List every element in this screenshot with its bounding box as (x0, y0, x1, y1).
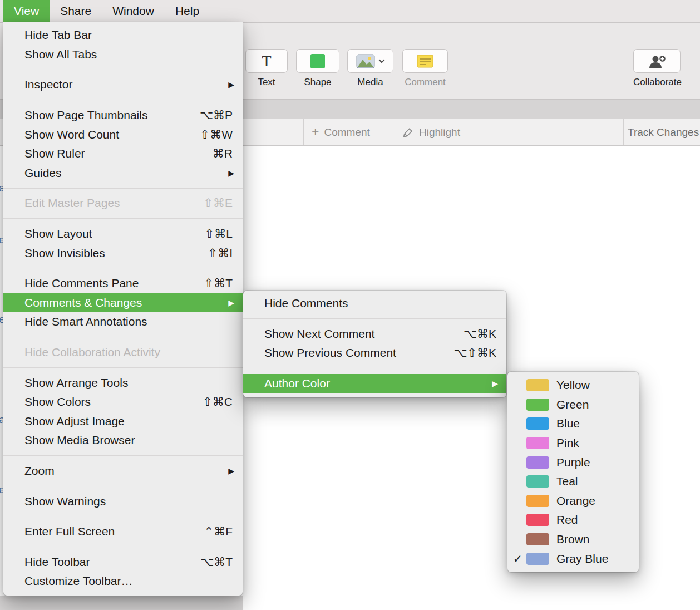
separator (303, 119, 304, 145)
toolbar-button-comment[interactable]: Comment (402, 49, 448, 88)
submenu-arrow-icon: ▶ (228, 80, 234, 89)
menu-item-label: Show Page Thumbnails (24, 109, 147, 122)
media-icon (347, 49, 393, 73)
author-color-submenu: YellowGreenBluePinkPurpleTealOrangeRedBr… (507, 372, 639, 572)
menu-item-show-next-comment[interactable]: Show Next Comment⌥⌘K (243, 324, 506, 344)
toolbar-button-media[interactable]: Media (347, 49, 393, 88)
toolbar-button-collaborate[interactable]: Collaborate (633, 49, 681, 88)
menu-item-label: Show Colors (24, 395, 91, 409)
toolbar-button-label: Shape (296, 77, 339, 88)
menu-separator (3, 516, 243, 516)
track-changes-label: Track Changes (628, 126, 699, 139)
highlight-button[interactable]: Highlight (402, 119, 460, 145)
menubar-item-label: View (14, 4, 39, 18)
menu-item-teal[interactable]: Teal (507, 472, 639, 491)
add-comment-button[interactable]: + Comment (312, 119, 370, 145)
menu-item-shortcut: ⌥⌘K (450, 327, 496, 341)
color-label: Orange (556, 494, 595, 508)
menu-item-blue[interactable]: Blue (507, 414, 639, 434)
menu-item-label: Show All Tabs (24, 48, 97, 61)
color-label: Yellow (556, 378, 590, 392)
menu-item-customize-toolbar[interactable]: Customize Toolbar… (3, 572, 243, 591)
pages-app-window: aeeae + Comment Highlight Track Changes … (0, 0, 700, 610)
menu-item-label: Show Next Comment (264, 327, 374, 341)
menu-item-show-ruler[interactable]: Show Ruler⌘R (3, 144, 243, 164)
menu-item-shortcut: ⌥⌘P (186, 109, 233, 122)
menu-item-red[interactable]: Red (507, 510, 639, 530)
menu-item-pink[interactable]: Pink (507, 434, 639, 453)
menu-item-hide-smart-annotations[interactable]: Hide Smart Annotations (3, 312, 243, 332)
menu-item-orange[interactable]: Orange (507, 491, 639, 511)
color-label: Pink (556, 436, 579, 450)
toolbar-button-text[interactable]: T Text (245, 49, 288, 88)
menu-item-show-warnings[interactable]: Show Warnings (3, 491, 243, 511)
collaborate-icon (633, 49, 681, 73)
menu-item-shortcut: ⇧⌘E (190, 196, 233, 210)
color-label: Red (556, 513, 578, 527)
menu-item-show-invisibles[interactable]: Show Invisibles⇧⌘I (3, 243, 243, 263)
menu-item-show-adjust-image[interactable]: Show Adjust Image (3, 412, 243, 431)
menu-item-green[interactable]: Green (507, 395, 639, 415)
color-swatch (526, 437, 549, 449)
toolbar-button-shape[interactable]: Shape (296, 49, 339, 88)
menu-item-hide-toolbar[interactable]: Hide Toolbar⌥⌘T (3, 552, 243, 572)
menubar-item-label: Window (112, 4, 154, 18)
menu-item-enter-full-screen[interactable]: Enter Full Screen⌃⌘F (3, 522, 243, 542)
menubar: View Share Window Help (0, 0, 700, 23)
window-bottom-bar (0, 596, 243, 610)
menu-item-shortcut: ⌥⇧⌘K (440, 346, 496, 360)
comments-and-changes-submenu: Hide CommentsShow Next Comment⌥⌘KShow Pr… (243, 291, 506, 397)
menu-item-show-media-browser[interactable]: Show Media Browser (3, 431, 243, 450)
color-label: Green (556, 398, 589, 411)
menu-item-label: Hide Toolbar (24, 555, 90, 569)
person-add-icon (648, 54, 667, 68)
menu-item-show-layout[interactable]: Show Layout⇧⌘L (3, 224, 243, 244)
menu-item-label: Hide Comments (264, 297, 348, 310)
menu-item-guides[interactable]: Guides▶ (3, 164, 243, 183)
text-glyph: T (262, 53, 271, 69)
checkmark-icon: ✓ (513, 552, 526, 565)
menubar-item-view[interactable]: View (3, 0, 50, 22)
menubar-item-window[interactable]: Window (102, 0, 165, 22)
menu-item-brown[interactable]: Brown (507, 530, 639, 549)
color-swatch (526, 417, 549, 430)
menu-item-label: Customize Toolbar… (24, 574, 133, 588)
chevron-down-icon (378, 59, 385, 63)
submenu-arrow-icon: ▶ (228, 466, 234, 475)
menu-separator (3, 547, 243, 547)
menu-item-label: Show Word Count (24, 128, 119, 141)
menubar-item-help[interactable]: Help (165, 0, 210, 22)
menubar-item-label: Help (175, 4, 199, 18)
menu-item-show-colors[interactable]: Show Colors⇧⌘C (3, 392, 243, 412)
menubar-item-label: Share (60, 4, 91, 18)
menu-item-comments-changes[interactable]: Comments & Changes▶ (3, 293, 243, 313)
color-swatch (526, 495, 549, 507)
menu-item-show-all-tabs[interactable]: Show All Tabs (3, 45, 243, 65)
menu-item-gray-blue[interactable]: ✓Gray Blue (507, 549, 639, 568)
menu-item-label: Inspector (24, 78, 72, 91)
menu-item-show-word-count[interactable]: Show Word Count⇧⌘W (3, 125, 243, 144)
menu-item-hide-comments[interactable]: Hide Comments (243, 294, 506, 313)
menu-item-show-page-thumbnails[interactable]: Show Page Thumbnails⌥⌘P (3, 106, 243, 125)
menu-item-yellow[interactable]: Yellow (507, 376, 639, 395)
menu-item-inspector[interactable]: Inspector▶ (3, 75, 243, 95)
toolbar-button-label: Comment (402, 77, 448, 88)
menu-item-label: Hide Tab Bar (24, 28, 92, 42)
menu-item-show-previous-comment[interactable]: Show Previous Comment⌥⇧⌘K (243, 343, 506, 363)
menu-item-label: Guides (24, 166, 62, 180)
menu-item-shortcut: ⇧⌘C (189, 395, 233, 409)
menu-item-zoom[interactable]: Zoom▶ (3, 461, 243, 481)
menu-item-shortcut: ⇧⌘T (191, 277, 233, 290)
menu-item-label: Enter Full Screen (24, 525, 115, 538)
menu-item-hide-comments-pane[interactable]: Hide Comments Pane⇧⌘T (3, 274, 243, 293)
menu-item-purple[interactable]: Purple (507, 452, 639, 472)
menu-separator (3, 188, 243, 189)
add-comment-label: Comment (324, 126, 369, 139)
menu-item-author-color[interactable]: Author Color▶ (243, 374, 506, 393)
menu-item-label: Show Previous Comment (264, 346, 396, 360)
menubar-item-share[interactable]: Share (50, 0, 102, 22)
menu-item-show-arrange-tools[interactable]: Show Arrange Tools (3, 373, 243, 392)
menu-item-hide-tab-bar[interactable]: Hide Tab Bar (3, 26, 243, 45)
track-changes-button[interactable]: Track Changes (628, 119, 699, 145)
highlight-pen-icon (402, 126, 414, 139)
